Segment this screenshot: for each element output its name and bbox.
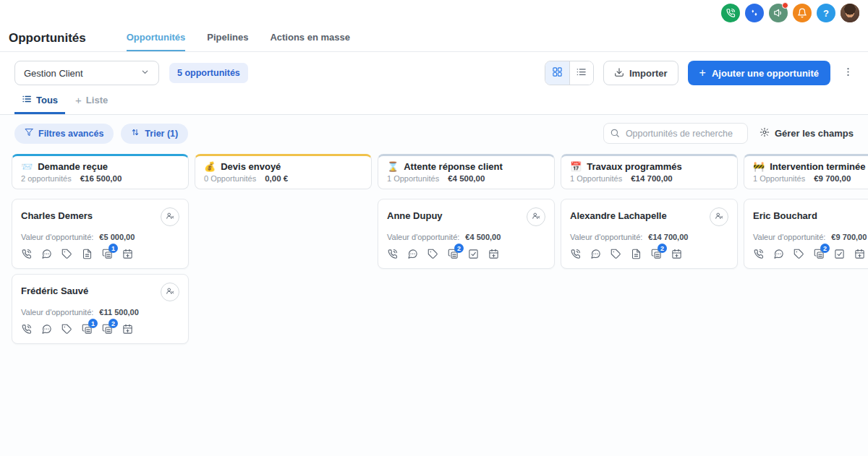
column-header[interactable]: ⌛Attente réponse client1 Opportunités€4 … — [378, 154, 555, 189]
document-icon[interactable] — [631, 249, 642, 259]
tasks-icon[interactable]: 2 — [814, 249, 825, 259]
column-header[interactable]: 📅Travaux programmés1 Opportunités€14 700… — [561, 154, 738, 189]
opportunity-card[interactable]: Anne DupuyValeur d'opportunité:€4 500,00… — [378, 199, 555, 269]
calendar-icon[interactable] — [122, 249, 133, 259]
column-count: 1 Opportunités — [570, 174, 622, 183]
card-value-row: Valeur d'opportunité:€9 700,00 — [753, 233, 868, 241]
user-x-icon — [532, 211, 541, 223]
view-toggle — [545, 61, 594, 85]
download-icon — [614, 67, 624, 79]
tab-tous-label: Tous — [36, 95, 58, 106]
card-top-row: Eric Bouchard — [753, 207, 868, 226]
assign-user-button[interactable] — [710, 207, 728, 226]
pipeline-select[interactable]: Gestion Client — [14, 61, 159, 85]
manage-fields-button[interactable]: Gérer les champs — [760, 127, 854, 139]
calendar-icon[interactable] — [854, 249, 865, 259]
card-top-row: Charles Demers — [21, 207, 179, 226]
phone-icon[interactable] — [387, 249, 398, 259]
import-button[interactable]: Importer — [603, 61, 678, 85]
grid-view-button[interactable] — [545, 61, 569, 85]
checkbox-icon[interactable] — [468, 249, 479, 259]
column-title: Attente réponse client — [404, 161, 503, 172]
phone-icon[interactable] — [21, 249, 32, 259]
avatar[interactable] — [841, 4, 859, 22]
header-tab-opportunit-s[interactable]: Opportunités — [127, 32, 186, 51]
sort-button[interactable]: Trier (1) — [121, 124, 188, 144]
user-x-icon — [166, 211, 175, 223]
assign-user-button[interactable] — [161, 207, 179, 226]
header-tab-pipelines[interactable]: Pipelines — [207, 32, 248, 51]
header-tab-actions-en-masse[interactable]: Actions en masse — [270, 32, 350, 51]
opportunity-card[interactable]: Alexandre LachapelleValeur d'opportunité… — [561, 199, 738, 269]
shortcuts-icon[interactable] — [745, 4, 764, 22]
card-top-row: Anne Dupuy — [387, 207, 545, 226]
tab-tous[interactable]: Tous — [14, 94, 65, 114]
tag-icon[interactable] — [793, 249, 804, 259]
comment-icon[interactable] — [41, 249, 52, 259]
checkbox-icon[interactable] — [834, 249, 845, 259]
advanced-filters-button[interactable]: Filtres avancés — [14, 124, 114, 144]
comment-icon[interactable] — [407, 249, 418, 259]
tasks-icon[interactable]: 1 — [82, 324, 93, 335]
count-badge: 2 — [109, 319, 118, 328]
phone-icon[interactable] — [721, 4, 740, 22]
assign-user-button[interactable] — [527, 207, 545, 226]
column-cards: Anne DupuyValeur d'opportunité:€4 500,00… — [378, 199, 555, 269]
search-input[interactable] — [603, 123, 748, 144]
sort-arrows-icon — [131, 128, 140, 139]
opportunity-card[interactable]: Eric BouchardValeur d'opportunité:€9 700… — [744, 199, 868, 269]
comment-icon[interactable] — [773, 249, 784, 259]
notification-dot — [782, 2, 788, 9]
announcements-icon[interactable] — [769, 4, 788, 22]
column-count: 1 Opportunités — [387, 174, 439, 183]
column-cards: Charles DemersValeur d'opportunité:€5 00… — [12, 199, 189, 344]
calendar-icon[interactable] — [122, 324, 133, 335]
tag-icon[interactable] — [61, 249, 72, 259]
card-action-icons: 2 — [570, 249, 728, 259]
tab-add-liste[interactable]: + Liste — [68, 94, 115, 114]
view-tabs: Tous + Liste — [0, 93, 868, 115]
document-icon[interactable] — [82, 249, 93, 259]
gear-icon — [760, 127, 770, 139]
comment-icon[interactable] — [41, 324, 52, 335]
column-header[interactable]: 📨Demande reçue2 opportunités€16 500,00 — [12, 154, 189, 189]
calendar-icon[interactable] — [671, 249, 682, 259]
more-options-button[interactable] — [840, 64, 856, 82]
list-view-button[interactable] — [569, 61, 593, 85]
phone-icon[interactable] — [21, 324, 32, 335]
tasks-icon[interactable]: 2 — [448, 249, 459, 259]
tasks-icon[interactable]: 2 — [102, 324, 113, 335]
column-emoji-icon: 💰 — [204, 161, 216, 172]
kanban-column: 🚧Intervention terminée1 Opportunités€9 7… — [744, 154, 868, 456]
tag-icon[interactable] — [427, 249, 438, 259]
add-opportunity-button[interactable]: + Ajouter une opportunité — [688, 61, 830, 85]
column-header[interactable]: 🚧Intervention terminée1 Opportunités€9 7… — [744, 154, 868, 189]
advanced-filters-label: Filtres avancés — [38, 129, 103, 139]
tasks-icon[interactable]: 2 — [651, 249, 662, 259]
tag-icon[interactable] — [610, 249, 621, 259]
notifications-icon[interactable] — [793, 4, 812, 22]
column-amount: €14 700,00 — [631, 174, 673, 183]
assign-user-button[interactable] — [161, 283, 179, 301]
user-x-icon — [166, 286, 175, 298]
tag-icon[interactable] — [61, 324, 72, 335]
opportunity-card[interactable]: Charles DemersValeur d'opportunité:€5 00… — [12, 199, 189, 269]
count-badge: 1 — [109, 244, 118, 253]
phone-icon[interactable] — [570, 249, 581, 259]
comment-icon[interactable] — [590, 249, 601, 259]
chevron-down-icon — [140, 67, 150, 79]
column-emoji-icon: 📅 — [570, 161, 582, 172]
opportunity-card[interactable]: Frédéric SauvéValeur d'opportunité:€11 5… — [12, 274, 189, 344]
plus-icon: + — [699, 67, 706, 79]
kanban-column: 📅Travaux programmés1 Opportunités€14 700… — [561, 154, 738, 456]
count-badge: 2 — [820, 244, 830, 253]
help-icon[interactable]: ? — [817, 4, 835, 22]
column-header[interactable]: 💰Devis envoyé0 Opportunités0,00 € — [195, 154, 372, 189]
phone-icon[interactable] — [753, 249, 764, 259]
count-badge: 2 — [454, 244, 464, 253]
column-count: 0 Opportunités — [204, 174, 256, 183]
column-subtitle-row: 0 Opportunités0,00 € — [204, 174, 362, 183]
tasks-icon[interactable]: 1 — [102, 249, 113, 259]
calendar-icon[interactable] — [488, 249, 499, 259]
user-x-icon — [715, 211, 724, 223]
